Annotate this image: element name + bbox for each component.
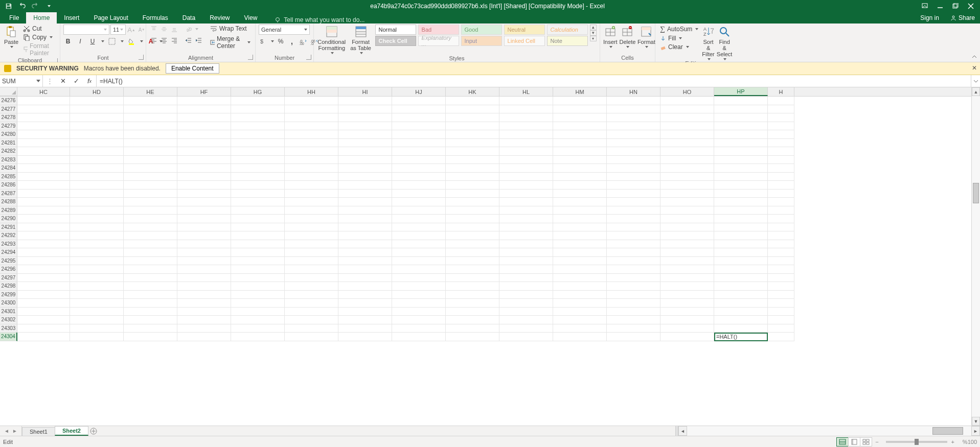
cell[interactable] xyxy=(499,206,553,215)
format-as-table-button[interactable]: Format as Table xyxy=(349,25,373,54)
cell[interactable] xyxy=(714,299,768,308)
tab-review[interactable]: Review xyxy=(202,12,237,23)
column-header[interactable]: HN xyxy=(607,87,660,96)
cell[interactable] xyxy=(714,274,768,283)
cell[interactable] xyxy=(392,190,446,198)
cell[interactable] xyxy=(17,147,70,156)
delete-cells-button[interactable]: Delete xyxy=(620,25,636,48)
cell[interactable] xyxy=(768,190,794,198)
merge-center-button[interactable]: Merge & Center xyxy=(209,35,252,50)
cell[interactable] xyxy=(124,333,177,341)
cell[interactable] xyxy=(607,215,660,223)
cell[interactable] xyxy=(392,324,446,333)
cell[interactable] xyxy=(392,291,446,299)
wrap-text-button[interactable]: Wrap Text xyxy=(209,25,252,33)
cell[interactable] xyxy=(499,265,553,274)
cell[interactable] xyxy=(177,231,231,240)
cell[interactable] xyxy=(768,316,794,324)
cell[interactable] xyxy=(607,181,660,190)
cell[interactable] xyxy=(231,164,285,173)
cell[interactable] xyxy=(446,181,499,190)
cell[interactable] xyxy=(392,139,446,148)
cell[interactable] xyxy=(768,181,794,190)
cell[interactable] xyxy=(124,173,177,181)
cancel-formula-icon[interactable]: ✕ xyxy=(56,77,70,85)
cell[interactable] xyxy=(338,139,392,148)
cell[interactable] xyxy=(338,97,392,105)
cell[interactable] xyxy=(177,257,231,266)
cell[interactable] xyxy=(768,291,794,299)
conditional-formatting-button[interactable]: Conditional Formatting xyxy=(317,25,347,54)
cell[interactable] xyxy=(17,113,70,122)
underline-button[interactable]: U xyxy=(88,37,97,46)
cell[interactable] xyxy=(553,190,607,198)
cell[interactable] xyxy=(660,299,714,308)
cell[interactable] xyxy=(499,105,553,114)
cells-area[interactable]: 2427624277242782427924280242812428224283… xyxy=(0,97,971,426)
cell[interactable] xyxy=(446,215,499,223)
sheet-tab[interactable]: Sheet1 xyxy=(22,427,55,436)
style-input[interactable]: Input xyxy=(461,36,502,46)
zoom-percent[interactable]: %100 xyxy=(954,439,977,445)
cell[interactable] xyxy=(499,291,553,299)
hscroll-thumb[interactable] xyxy=(932,427,963,435)
font-size-combo[interactable]: 11 xyxy=(110,25,126,35)
cell[interactable] xyxy=(392,156,446,164)
cell[interactable] xyxy=(124,206,177,215)
cell[interactable] xyxy=(446,113,499,122)
cell[interactable] xyxy=(231,190,285,198)
sheet-nav-prev-icon[interactable]: ◄ xyxy=(3,428,10,435)
sign-in-link[interactable]: Sign in xyxy=(914,12,945,23)
cell[interactable] xyxy=(714,231,768,240)
cell[interactable] xyxy=(124,113,177,122)
scroll-right-icon[interactable]: ► xyxy=(971,426,980,436)
cell[interactable] xyxy=(231,231,285,240)
cell[interactable] xyxy=(70,190,124,198)
save-icon[interactable] xyxy=(3,1,14,12)
cell[interactable] xyxy=(17,190,70,198)
paste-button[interactable]: Paste xyxy=(3,25,19,48)
cell[interactable] xyxy=(768,265,794,274)
cell[interactable] xyxy=(714,130,768,139)
cell[interactable] xyxy=(338,147,392,156)
cell[interactable] xyxy=(446,240,499,249)
cell[interactable] xyxy=(446,299,499,308)
cell[interactable] xyxy=(285,257,338,266)
cell[interactable] xyxy=(553,333,607,341)
cell[interactable] xyxy=(553,231,607,240)
row-header[interactable]: 24278 xyxy=(0,113,17,122)
cell[interactable] xyxy=(17,274,70,283)
cell[interactable]: =HALT() xyxy=(714,333,768,341)
cell[interactable] xyxy=(70,215,124,223)
cell[interactable] xyxy=(446,265,499,274)
percent-format-icon[interactable]: % xyxy=(276,37,285,46)
cell[interactable] xyxy=(285,316,338,324)
cell[interactable] xyxy=(392,173,446,181)
column-header[interactable]: HL xyxy=(499,87,553,96)
cell[interactable] xyxy=(553,240,607,249)
cell[interactable] xyxy=(17,324,70,333)
cell[interactable] xyxy=(553,291,607,299)
cell[interactable] xyxy=(17,97,70,105)
cell[interactable] xyxy=(660,308,714,316)
cell[interactable] xyxy=(231,198,285,206)
cell[interactable] xyxy=(607,223,660,232)
cell[interactable] xyxy=(124,248,177,257)
cell[interactable] xyxy=(124,97,177,105)
cell[interactable] xyxy=(768,206,794,215)
cell[interactable] xyxy=(338,231,392,240)
cell[interactable] xyxy=(231,223,285,232)
cell[interactable] xyxy=(285,231,338,240)
cell[interactable] xyxy=(660,324,714,333)
style-calculation[interactable]: Calculation xyxy=(547,25,588,35)
cell[interactable] xyxy=(446,257,499,266)
cell[interactable] xyxy=(124,164,177,173)
cell[interactable] xyxy=(70,308,124,316)
cell[interactable] xyxy=(70,122,124,131)
style-neutral[interactable]: Neutral xyxy=(504,25,545,35)
sheet-tab[interactable]: Sheet2 xyxy=(55,426,88,436)
tab-data[interactable]: Data xyxy=(175,12,202,23)
cell[interactable] xyxy=(499,215,553,223)
cell[interactable] xyxy=(17,316,70,324)
cell[interactable] xyxy=(177,147,231,156)
